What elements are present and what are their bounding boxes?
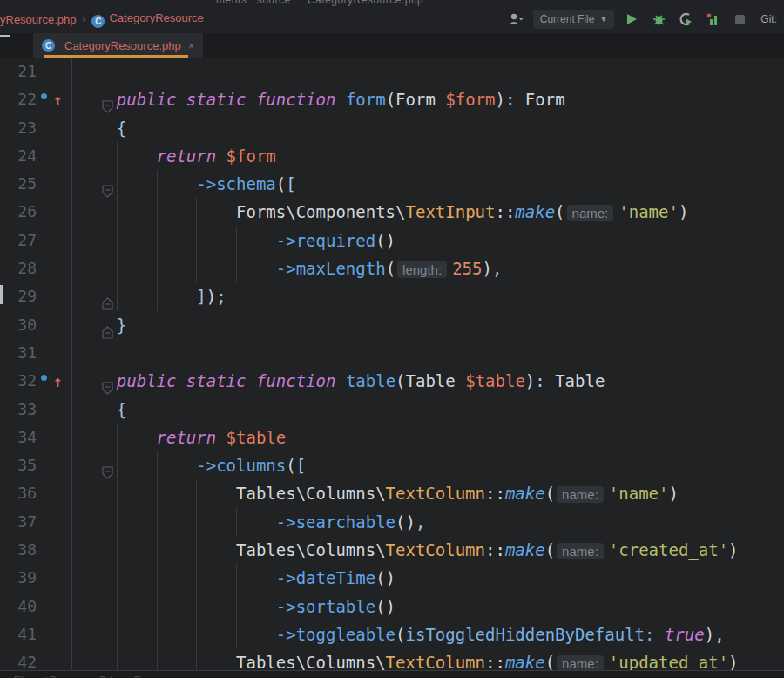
gutter[interactable]: ↑ <box>37 85 77 113</box>
gutter[interactable] <box>37 282 77 310</box>
code-text[interactable]: ->searchable(), <box>77 508 784 536</box>
profiler-icon[interactable] <box>703 10 722 29</box>
line-number[interactable]: 34 <box>0 424 37 451</box>
code-line[interactable]: 40 ->sortable() <box>0 593 784 620</box>
code-text[interactable]: return $form <box>77 142 784 170</box>
code-text[interactable] <box>77 339 784 367</box>
gutter[interactable] <box>37 536 77 564</box>
gutter[interactable] <box>37 114 77 142</box>
code-text[interactable]: ->dateTime() <box>77 564 784 592</box>
run-configuration-select[interactable]: Current File ▼ <box>533 10 615 29</box>
override-method-icon[interactable] <box>41 375 47 381</box>
line-number[interactable]: 40 <box>0 593 37 620</box>
line-number[interactable]: 25 <box>0 170 37 198</box>
line-number[interactable]: 24 <box>0 142 37 170</box>
code-line[interactable]: 33 { <box>0 396 784 424</box>
user-profile-icon[interactable] <box>506 10 525 29</box>
close-icon[interactable]: × <box>188 39 195 52</box>
line-number[interactable]: 28 <box>0 254 37 282</box>
code-line[interactable]: 25 ->schema([ <box>0 170 784 198</box>
line-number[interactable]: 30 <box>0 311 37 339</box>
code-text[interactable]: { <box>77 396 784 424</box>
line-number[interactable]: 38 <box>0 536 37 564</box>
line-number[interactable]: 29 <box>0 282 37 310</box>
gutter[interactable] <box>37 508 77 536</box>
code-line[interactable]: 37 ->searchable(), <box>0 508 784 536</box>
code-line[interactable]: 30 } <box>0 311 784 339</box>
line-number[interactable]: 26 <box>0 198 37 226</box>
code-text[interactable]: Tables\Columns\TextColumn::make(name:'na… <box>77 479 784 507</box>
debug-bug-icon[interactable] <box>649 10 668 29</box>
code-line[interactable]: 26 Forms\Components\TextInput::make(name… <box>0 198 784 226</box>
override-method-icon[interactable] <box>41 93 47 99</box>
line-number[interactable]: 36 <box>0 479 37 507</box>
breadcrumb-class[interactable]: CCategoryResource <box>91 11 203 28</box>
gutter[interactable] <box>37 311 77 339</box>
code-text[interactable]: ->required() <box>77 227 784 254</box>
code-text[interactable]: public static function form(Form $form):… <box>77 85 784 113</box>
gutter[interactable] <box>37 142 77 170</box>
breadcrumb-file[interactable]: yResource.php <box>0 13 76 26</box>
code-text[interactable]: ->maxLength(length:255), <box>77 254 784 282</box>
code-text[interactable]: { <box>77 114 784 142</box>
line-number[interactable]: 37 <box>0 508 37 536</box>
git-widget[interactable]: Git: <box>760 13 777 25</box>
gutter[interactable] <box>37 170 77 198</box>
code-line[interactable]: 27 ->required() <box>0 227 784 254</box>
code-text[interactable]: Forms\Components\TextInput::make(name:'n… <box>77 198 784 226</box>
code-text[interactable]: } <box>77 311 784 339</box>
code-line[interactable]: 41 ->toggleable(isToggledHiddenByDefault… <box>0 620 784 648</box>
gutter[interactable] <box>37 620 77 648</box>
code-text[interactable]: return $table <box>77 424 784 451</box>
gutter[interactable] <box>37 58 77 85</box>
code-text[interactable]: ->sortable() <box>77 593 784 620</box>
gutter[interactable] <box>37 424 77 451</box>
code-line[interactable]: 22↑ public static function form(Form $fo… <box>0 85 784 113</box>
code-line[interactable]: 28 ->maxLength(length:255), <box>0 254 784 282</box>
code-line[interactable]: 38 Tables\Columns\TextColumn::make(name:… <box>0 536 784 564</box>
code-line[interactable]: 21 <box>0 58 784 85</box>
code-text[interactable]: ]); <box>77 282 784 310</box>
line-number[interactable]: 33 <box>0 396 37 424</box>
code-line[interactable]: 34 return $table <box>0 424 784 451</box>
gutter[interactable] <box>37 227 77 254</box>
tool-window-stripe-mark[interactable] <box>0 35 10 37</box>
gutter[interactable] <box>37 396 77 424</box>
code-text[interactable]: Tables\Columns\TextColumn::make(name:'cr… <box>77 536 784 564</box>
stop-icon[interactable] <box>730 10 749 29</box>
run-coverage-icon[interactable] <box>676 10 695 29</box>
code-line[interactable]: 32↑ public static function table(Table $… <box>0 367 784 395</box>
code-text[interactable]: ->toggleable(isToggledHiddenByDefault: t… <box>77 620 784 648</box>
gutter[interactable] <box>37 479 77 507</box>
gutter[interactable] <box>37 254 77 282</box>
line-number[interactable]: 27 <box>0 227 37 254</box>
code-text[interactable]: public static function table(Table $tabl… <box>77 367 784 395</box>
code-line[interactable]: 24 return $form <box>0 142 784 170</box>
line-number[interactable]: 41 <box>0 620 37 648</box>
line-number[interactable]: 23 <box>0 114 37 142</box>
gutter[interactable] <box>37 198 77 226</box>
gutter[interactable] <box>37 339 77 367</box>
line-number[interactable]: 22 <box>0 85 37 113</box>
code-line[interactable]: 29 ]); <box>0 282 784 310</box>
tool-window-stripe-mark[interactable] <box>0 285 3 304</box>
code-text[interactable]: ->schema([ <box>77 170 784 198</box>
gutter[interactable]: ↑ <box>37 367 77 395</box>
line-number[interactable]: 31 <box>0 339 37 367</box>
gutter[interactable] <box>37 593 77 620</box>
run-play-icon[interactable] <box>622 10 641 29</box>
gutter[interactable] <box>37 451 77 479</box>
editor[interactable]: 2122↑ public static function form(Form $… <box>0 58 784 678</box>
code-line[interactable]: 39 ->dateTime() <box>0 564 784 592</box>
code-line[interactable]: 36 Tables\Columns\TextColumn::make(name:… <box>0 479 784 507</box>
line-number[interactable]: 39 <box>0 564 37 592</box>
line-number[interactable]: 21 <box>0 58 37 85</box>
line-number[interactable]: 35 <box>0 451 37 479</box>
code-line[interactable]: 35 ->columns([ <box>0 451 784 479</box>
tab-categoryresource[interactable]: C CategoryResource.php × <box>33 33 203 58</box>
code-text[interactable] <box>77 58 784 85</box>
gutter[interactable] <box>37 564 77 592</box>
code-line[interactable]: 23 { <box>0 114 784 142</box>
line-number[interactable]: 32 <box>0 367 37 395</box>
code-line[interactable]: 31 <box>0 339 784 367</box>
